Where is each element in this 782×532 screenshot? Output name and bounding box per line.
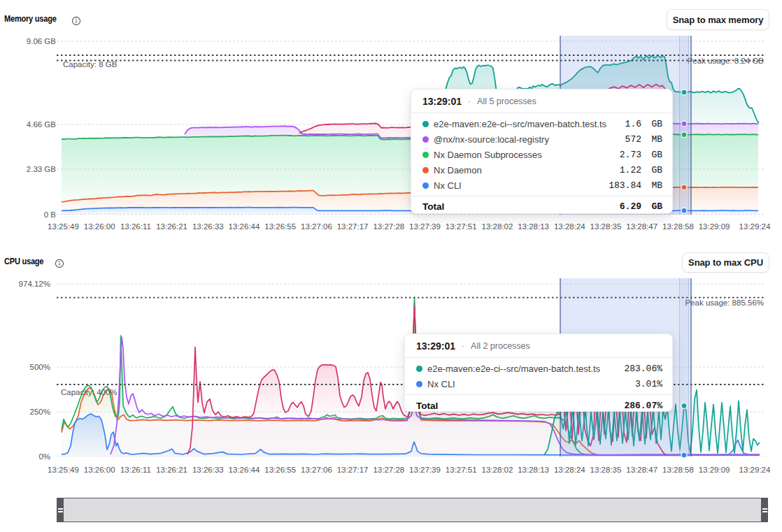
svg-text:13:27:06: 13:27:06: [301, 222, 332, 231]
svg-text:13:28:35: 13:28:35: [590, 466, 622, 474]
svg-text:13:27:51: 13:27:51: [446, 222, 477, 231]
svg-text:13:26:33: 13:26:33: [192, 466, 224, 474]
svg-text:13:28:47: 13:28:47: [626, 466, 657, 474]
svg-text:13:28:13: 13:28:13: [518, 466, 549, 474]
svg-text:13:27:28: 13:27:28: [373, 222, 404, 231]
svg-text:13:26:11: 13:26:11: [120, 466, 151, 474]
svg-text:13:26:00: 13:26:00: [84, 222, 115, 231]
svg-text:Peak usage: 8.24 GB: Peak usage: 8.24 GB: [688, 57, 765, 65]
svg-text:13:28:24: 13:28:24: [554, 466, 585, 474]
svg-text:0%: 0%: [38, 452, 50, 461]
svg-text:13:26:21: 13:26:21: [156, 222, 187, 231]
svg-text:9.06 GB: 9.06 GB: [27, 37, 57, 45]
svg-text:13:26:00: 13:26:00: [84, 466, 115, 474]
svg-text:13:28:58: 13:28:58: [662, 222, 694, 231]
svg-text:13:27:39: 13:27:39: [409, 222, 441, 231]
svg-text:974.12%: 974.12%: [19, 280, 50, 288]
svg-text:13:27:28: 13:27:28: [373, 466, 404, 474]
svg-text:13:28:02: 13:28:02: [482, 466, 513, 474]
svg-text:13:25:49: 13:25:49: [48, 222, 79, 231]
svg-text:13:28:24: 13:28:24: [554, 222, 585, 231]
svg-text:13:26:33: 13:26:33: [192, 222, 224, 231]
svg-text:13:25:49: 13:25:49: [48, 466, 79, 474]
svg-text:13:29:24: 13:29:24: [739, 222, 771, 231]
svg-text:13:26:55: 13:26:55: [264, 466, 296, 474]
svg-text:Peak usage: 885.56%: Peak usage: 885.56%: [685, 299, 764, 307]
svg-text:13:27:51: 13:27:51: [446, 466, 477, 474]
svg-text:13:29:09: 13:29:09: [699, 222, 730, 231]
svg-text:13:28:58: 13:28:58: [662, 466, 694, 474]
svg-text:13:29:09: 13:29:09: [699, 466, 730, 474]
svg-text:250%: 250%: [30, 408, 50, 416]
svg-text:13:27:17: 13:27:17: [337, 222, 369, 231]
svg-text:13:29:24: 13:29:24: [739, 466, 771, 474]
svg-text:Capacity: 8 GB: Capacity: 8 GB: [63, 60, 118, 69]
svg-text:13:26:21: 13:26:21: [156, 466, 187, 474]
svg-text:13:26:44: 13:26:44: [229, 222, 260, 231]
svg-text:Capacity: 400%: Capacity: 400%: [61, 388, 118, 396]
svg-text:4.66 GB: 4.66 GB: [27, 120, 57, 129]
svg-text:0 B: 0 B: [44, 210, 57, 219]
svg-text:13:28:47: 13:28:47: [626, 222, 657, 231]
svg-text:13:28:13: 13:28:13: [518, 222, 549, 231]
svg-text:13:27:17: 13:27:17: [337, 466, 369, 474]
svg-text:13:26:55: 13:26:55: [264, 222, 296, 231]
svg-text:13:27:39: 13:27:39: [409, 466, 441, 474]
svg-text:13:27:06: 13:27:06: [301, 466, 332, 474]
svg-text:13:26:44: 13:26:44: [229, 466, 260, 474]
svg-text:13:28:35: 13:28:35: [590, 222, 622, 231]
svg-text:500%: 500%: [30, 363, 50, 371]
svg-text:2.33 GB: 2.33 GB: [27, 165, 57, 173]
svg-text:13:26:11: 13:26:11: [120, 222, 151, 231]
svg-text:13:28:02: 13:28:02: [482, 222, 513, 231]
